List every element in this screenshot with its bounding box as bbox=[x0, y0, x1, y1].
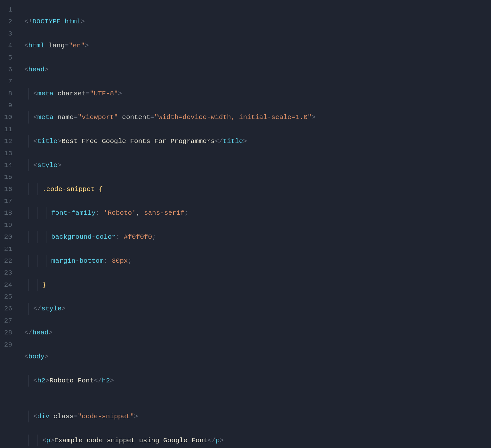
line-number: 25 bbox=[0, 291, 12, 303]
line-number: 15 bbox=[0, 171, 12, 183]
tag-meta: meta bbox=[37, 90, 53, 97]
code-line[interactable]: <p>Example code snippet using Google Fon… bbox=[19, 435, 491, 446]
line-number: 19 bbox=[0, 219, 12, 231]
code-line[interactable]: margin-bottom: 30px; bbox=[19, 255, 491, 267]
line-number: 12 bbox=[0, 135, 12, 147]
tag-p: p bbox=[46, 437, 51, 444]
line-number: 24 bbox=[0, 279, 12, 291]
p-text: Example code snippet using Google Font bbox=[54, 437, 208, 444]
doctype-val: html bbox=[65, 18, 81, 25]
line-number-gutter: 1 2 3 4 5 6 7 8 9 10 11 12 13 14 15 16 1… bbox=[0, 4, 19, 448]
line-number: 13 bbox=[0, 148, 12, 159]
line-number: 5 bbox=[0, 52, 12, 64]
code-line[interactable]: font-family: 'Roboto', sans-serif; bbox=[19, 207, 491, 219]
line-number: 14 bbox=[0, 159, 12, 171]
line-number: 20 bbox=[0, 231, 12, 243]
tag-div: div bbox=[37, 413, 50, 420]
line-number: 11 bbox=[0, 124, 12, 135]
line-number: 28 bbox=[0, 327, 12, 339]
punct: <! bbox=[24, 18, 32, 25]
line-number: 10 bbox=[0, 111, 12, 123]
css-prop-font-family: font-family bbox=[51, 209, 96, 217]
tag-title: title bbox=[37, 138, 58, 145]
code-area[interactable]: <!DOCTYPE html> <html lang="en"> <head> … bbox=[19, 4, 491, 448]
line-number: 2 bbox=[0, 16, 12, 28]
code-line[interactable]: <h2>Roboto Font</h2> bbox=[19, 375, 491, 387]
tag-body: body bbox=[28, 353, 44, 360]
line-number: 21 bbox=[0, 243, 12, 255]
attr-lang: lang bbox=[49, 42, 65, 49]
css-prop-margin: margin-bottom bbox=[51, 257, 104, 265]
line-number: 17 bbox=[0, 195, 12, 207]
tag-style-close: style bbox=[41, 305, 61, 312]
code-line[interactable]: </head> bbox=[19, 327, 491, 339]
line-number: 18 bbox=[0, 207, 12, 219]
code-line[interactable]: background-color: #f0f0f0; bbox=[19, 231, 491, 243]
code-line[interactable]: <body> bbox=[19, 351, 491, 363]
css-selector: .code-snippet bbox=[42, 186, 95, 193]
tag-head: head bbox=[28, 66, 44, 73]
line-number: 3 bbox=[0, 28, 12, 40]
attr-name: name bbox=[58, 114, 74, 121]
tag-html: html bbox=[28, 42, 44, 49]
code-line[interactable]: <meta charset="UTF-8"> bbox=[19, 88, 491, 100]
title-text: Best Free Google Fonts For Programmers bbox=[61, 138, 215, 145]
tag-h2: h2 bbox=[37, 377, 45, 384]
line-number: 16 bbox=[0, 183, 12, 195]
code-line[interactable]: </style> bbox=[19, 303, 491, 315]
css-prop-bgcolor: background-color bbox=[51, 233, 116, 241]
attr-content: content bbox=[122, 114, 150, 121]
line-number: 7 bbox=[0, 76, 12, 87]
line-number: 4 bbox=[0, 40, 12, 52]
code-line[interactable]: <html lang="en"> bbox=[19, 40, 491, 52]
code-line[interactable]: <meta name="viewport" content="width=dev… bbox=[19, 111, 491, 123]
tag-head-close: head bbox=[32, 329, 48, 336]
line-number: 29 bbox=[0, 339, 12, 351]
line-number: 9 bbox=[0, 100, 12, 111]
tag-style: style bbox=[37, 162, 58, 169]
line-number: 27 bbox=[0, 315, 12, 327]
line-number: 26 bbox=[0, 303, 12, 315]
doctype-kw: DOCTYPE bbox=[32, 18, 60, 25]
attr-charset: charset bbox=[58, 90, 86, 97]
tag-meta: meta bbox=[37, 114, 53, 121]
line-number: 8 bbox=[0, 88, 12, 100]
line-number: 23 bbox=[0, 267, 12, 279]
attr-class: class bbox=[53, 413, 74, 420]
val-en: "en" bbox=[69, 42, 85, 49]
line-number: 1 bbox=[0, 4, 12, 16]
code-editor: 1 2 3 4 5 6 7 8 9 10 11 12 13 14 15 16 1… bbox=[0, 4, 491, 448]
code-line[interactable]: <title>Best Free Google Fonts For Progra… bbox=[19, 135, 491, 147]
code-line[interactable]: .code-snippet { bbox=[19, 183, 491, 195]
line-number: 22 bbox=[0, 255, 12, 267]
code-line[interactable]: } bbox=[19, 279, 491, 291]
code-line[interactable]: <div class="code-snippet"> bbox=[19, 411, 491, 422]
code-line[interactable]: <head> bbox=[19, 64, 491, 76]
code-line[interactable]: <style> bbox=[19, 159, 491, 171]
h2-text: Roboto Font bbox=[49, 377, 94, 384]
line-number: 6 bbox=[0, 64, 12, 76]
code-line[interactable]: <!DOCTYPE html> bbox=[19, 16, 491, 28]
